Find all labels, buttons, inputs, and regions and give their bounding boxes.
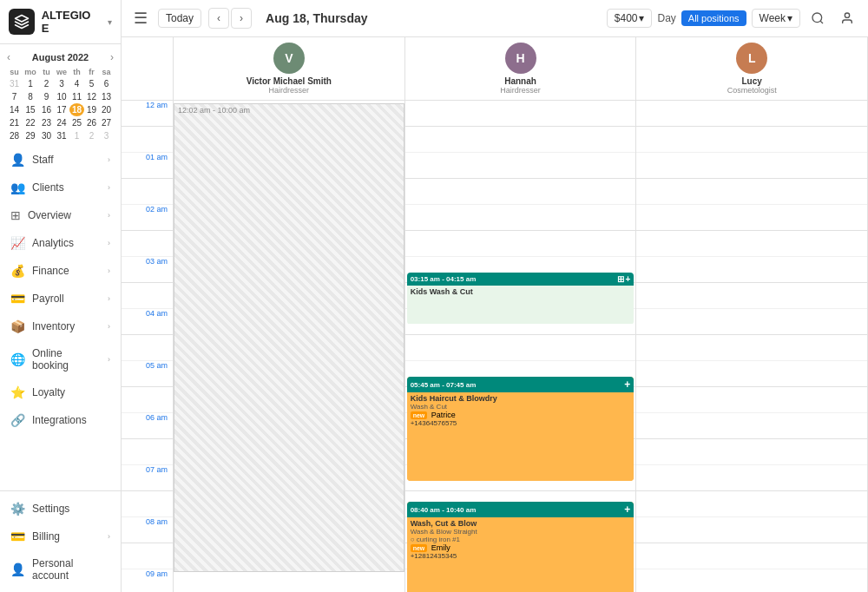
cal-cell[interactable] — [636, 361, 867, 387]
cal-cell[interactable] — [636, 283, 867, 309]
mini-cal-day[interactable]: 23 — [39, 116, 54, 129]
mini-cal-day[interactable]: 14 — [7, 103, 22, 116]
sidebar-logo[interactable]: ALTEGIO E ▾ — [0, 0, 121, 44]
mini-cal-day[interactable]: 31 — [54, 129, 69, 142]
cal-cell[interactable] — [636, 491, 867, 517]
mini-cal-next-button[interactable]: › — [110, 51, 114, 63]
cal-cell[interactable] — [636, 335, 867, 361]
sidebar-bottom-billing[interactable]: 💳 Billing › — [0, 523, 121, 550]
mini-cal-day[interactable]: 13 — [99, 90, 114, 103]
menu-button[interactable]: ☰ — [130, 5, 151, 31]
mini-cal-day[interactable]: 15 — [22, 103, 39, 116]
mini-cal-day[interactable]: 7 — [7, 90, 22, 103]
all-positions-button[interactable]: All positions — [681, 10, 746, 26]
mini-cal-day[interactable]: 3 — [99, 129, 114, 142]
mini-cal-day[interactable]: 22 — [22, 116, 39, 129]
revenue-dropdown[interactable]: $400 ▾ — [607, 9, 653, 28]
sidebar-bottom-settings[interactable]: ⚙️ Settings — [0, 495, 121, 523]
apt-badge: new — [411, 411, 428, 419]
cal-cell[interactable] — [636, 127, 867, 153]
cal-cell[interactable] — [405, 101, 636, 127]
sidebar-item-payroll[interactable]: 💳 Payroll › — [0, 285, 121, 312]
staff-column-1[interactable]: 03:15 am - 04:15 am ⊞+ Kids Wash & Cut 0… — [405, 101, 637, 592]
mini-cal-day[interactable]: 4 — [69, 77, 84, 90]
sidebar-collapse-icon[interactable]: ▾ — [108, 17, 112, 27]
nav-icon: ⚙️ — [10, 502, 25, 516]
mini-cal-day[interactable]: 27 — [99, 116, 114, 129]
mini-cal-day[interactable]: 18 — [69, 103, 84, 116]
cal-cell[interactable] — [405, 335, 636, 361]
cal-cell[interactable] — [636, 465, 867, 491]
cal-cell[interactable] — [636, 153, 867, 179]
mini-cal-day[interactable]: 6 — [99, 77, 114, 90]
sidebar-item-integrations[interactable]: 🔗 Integrations — [0, 406, 121, 434]
cal-cell[interactable] — [636, 309, 867, 335]
cal-cell[interactable] — [636, 543, 867, 569]
cal-cell[interactable] — [636, 231, 867, 257]
profile-button[interactable] — [835, 6, 859, 30]
mini-cal-day[interactable]: 19 — [84, 103, 99, 116]
cal-cell[interactable] — [636, 439, 867, 465]
search-button[interactable] — [806, 6, 830, 30]
cal-cell[interactable] — [636, 387, 867, 413]
mini-cal-day[interactable]: 10 — [54, 90, 69, 103]
mini-cal-day[interactable]: 16 — [39, 103, 54, 116]
mini-cal-day[interactable]: 1 — [69, 129, 84, 142]
mini-cal-day[interactable]: 26 — [84, 116, 99, 129]
mini-cal-day[interactable]: 25 — [69, 116, 84, 129]
cal-cell[interactable] — [636, 413, 867, 439]
sidebar-item-analytics[interactable]: 📈 Analytics › — [0, 229, 121, 257]
sidebar-bottom-personal-account[interactable]: 👤 Personal account — [0, 550, 121, 589]
nav-icon: ⭐ — [10, 385, 25, 399]
sidebar-item-staff[interactable]: 👤 Staff › — [0, 146, 121, 174]
mini-cal-day[interactable]: 28 — [7, 129, 22, 142]
cal-cell[interactable] — [405, 153, 636, 179]
mini-cal-day[interactable]: 20 — [99, 103, 114, 116]
mini-cal-day[interactable]: 29 — [22, 129, 39, 142]
sidebar-item-overview[interactable]: ⊞ Overview › — [0, 201, 121, 229]
mini-cal-day[interactable]: 17 — [54, 103, 69, 116]
prev-date-button[interactable]: ‹ — [208, 8, 229, 29]
mini-cal-day[interactable]: 12 — [84, 90, 99, 103]
cal-cell[interactable] — [174, 569, 404, 592]
cal-cell[interactable] — [636, 257, 867, 283]
staff-column-2[interactable]: 12:00 pm - 10:00 pm — [636, 101, 868, 592]
mini-cal-day[interactable]: 3 — [54, 77, 69, 90]
logo-text: ALTEGIO E — [42, 9, 101, 35]
mini-cal-prev-button[interactable]: ‹ — [7, 51, 10, 63]
mini-cal-day[interactable]: 2 — [39, 77, 54, 90]
sidebar-item-clients[interactable]: 👥 Clients › — [0, 174, 121, 201]
week-dropdown[interactable]: Week ▾ — [752, 9, 800, 28]
cal-cell[interactable] — [405, 205, 636, 231]
next-date-button[interactable]: › — [231, 8, 252, 29]
cal-cell[interactable] — [636, 101, 867, 127]
appointment-apt3[interactable]: 08:40 am - 10:40 am + Wash, Cut & BlowWa… — [407, 502, 635, 592]
sidebar-item-online-booking[interactable]: 🌐 Online booking › — [0, 340, 121, 378]
appointment-apt2[interactable]: 05:45 am - 07:45 am + Kids Haircut & Blo… — [407, 377, 635, 481]
mini-cal-day[interactable]: 31 — [7, 77, 22, 90]
cal-cell[interactable] — [636, 205, 867, 231]
staff-col-lucy: L Lucy Cosmetologist — [636, 37, 868, 100]
appointment-apt1[interactable]: 03:15 am - 04:15 am ⊞+ Kids Wash & Cut — [407, 273, 635, 325]
mini-cal-day[interactable]: 30 — [39, 129, 54, 142]
cal-cell[interactable] — [636, 179, 867, 205]
cal-cell[interactable] — [405, 179, 636, 205]
mini-cal-day[interactable]: 5 — [84, 77, 99, 90]
cal-cell[interactable] — [636, 517, 867, 543]
mini-cal-day[interactable]: 9 — [39, 90, 54, 103]
mini-cal-day[interactable]: 24 — [54, 116, 69, 129]
mini-cal-day[interactable]: 1 — [22, 77, 39, 90]
mini-cal-day[interactable]: 2 — [84, 129, 99, 142]
mini-cal-day[interactable]: 8 — [22, 90, 39, 103]
calendar-area[interactable]: V Victor Michael Smith Hairdresser H Han… — [122, 37, 868, 592]
mini-cal-day[interactable]: 11 — [69, 90, 84, 103]
cal-cell[interactable] — [405, 127, 636, 153]
mini-cal-day[interactable]: 21 — [7, 116, 22, 129]
cal-cell[interactable] — [636, 569, 867, 592]
cal-cell[interactable] — [405, 231, 636, 257]
today-button[interactable]: Today — [158, 9, 201, 28]
sidebar-item-finance[interactable]: 💰 Finance › — [0, 257, 121, 285]
sidebar-item-loyalty[interactable]: ⭐ Loyalty — [0, 378, 121, 406]
staff-column-0[interactable]: 12:02 am - 10:00 am12:00 pm - 10:00 pm — [174, 101, 405, 592]
sidebar-item-inventory[interactable]: 📦 Inventory › — [0, 312, 121, 340]
